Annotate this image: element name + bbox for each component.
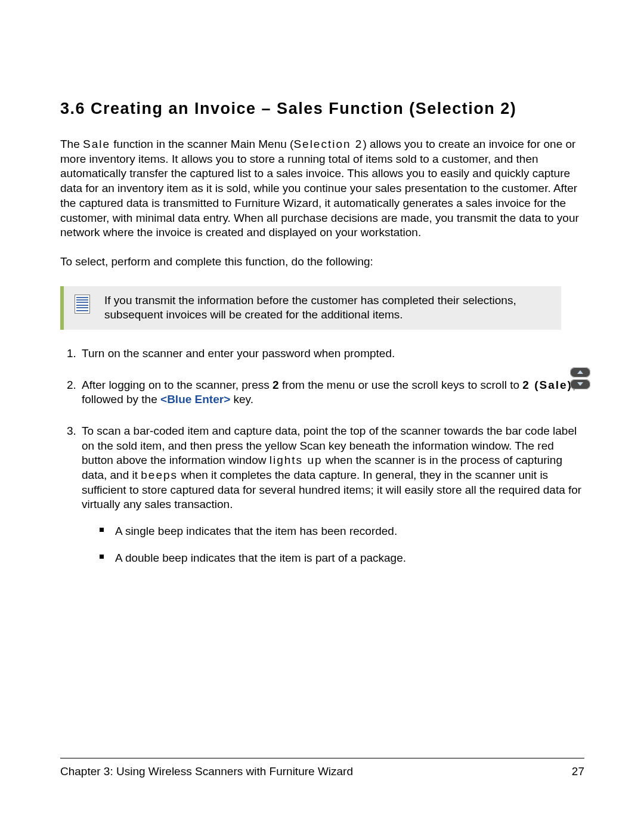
note-icon xyxy=(75,293,96,323)
intro-text: ) allows you to create an invoice for on… xyxy=(60,138,579,239)
step-1: Turn on the scanner and enter your passw… xyxy=(79,346,584,361)
selection-keyword: Selection 2 xyxy=(293,138,363,150)
steps-list: Turn on the scanner and enter your passw… xyxy=(60,346,584,566)
step-text: Turn on the scanner and enter your passw… xyxy=(82,347,395,360)
step-text: key. xyxy=(230,393,253,405)
page-footer: Chapter 3: Using Wireless Scanners with … xyxy=(60,758,584,779)
blue-enter-key: <Blue Enter> xyxy=(160,393,230,405)
sub-item: A double beep indicates that the item is… xyxy=(100,551,584,566)
beeps-keyword: beeps xyxy=(141,469,178,481)
section-heading: 3.6 Creating an Invoice – Sales Function… xyxy=(60,98,584,119)
beep-sublist: A single beep indicates that the item ha… xyxy=(82,524,584,565)
note-callout: If you transmit the information before t… xyxy=(60,286,561,330)
page-number: 27 xyxy=(572,764,584,779)
sale-keyword: Sale xyxy=(83,138,110,150)
step-text: After logging on to the scanner, press xyxy=(82,379,273,391)
sub-text: A single beep indicates that the item ha… xyxy=(115,525,397,537)
sub-item: A single beep indicates that the item ha… xyxy=(100,524,584,539)
step-3: To scan a bar-coded item and capture dat… xyxy=(79,424,584,566)
sub-text: A double beep indicates that the item is… xyxy=(115,552,406,564)
scroll-up-icon xyxy=(570,367,590,377)
step-2: After logging on to the scanner, press 2… xyxy=(79,378,584,407)
scroll-down-icon xyxy=(570,379,590,389)
menu-2-sale: 2 (Sale) xyxy=(522,379,572,391)
scroll-keys-icon xyxy=(570,367,590,391)
lights-up-keyword: lights up xyxy=(270,454,323,466)
footer-chapter: Chapter 3: Using Wireless Scanners with … xyxy=(60,764,353,779)
step-text: from the menu or use the scroll keys to … xyxy=(279,379,523,391)
note-text: If you transmit the information before t… xyxy=(96,293,549,323)
intro-text: function in the scanner Main Menu ( xyxy=(110,138,293,150)
intro-text: The xyxy=(60,138,83,150)
key-2: 2 xyxy=(273,379,279,391)
instruction-lead: To select, perform and complete this fun… xyxy=(60,255,584,270)
intro-paragraph: The Sale function in the scanner Main Me… xyxy=(60,137,584,240)
